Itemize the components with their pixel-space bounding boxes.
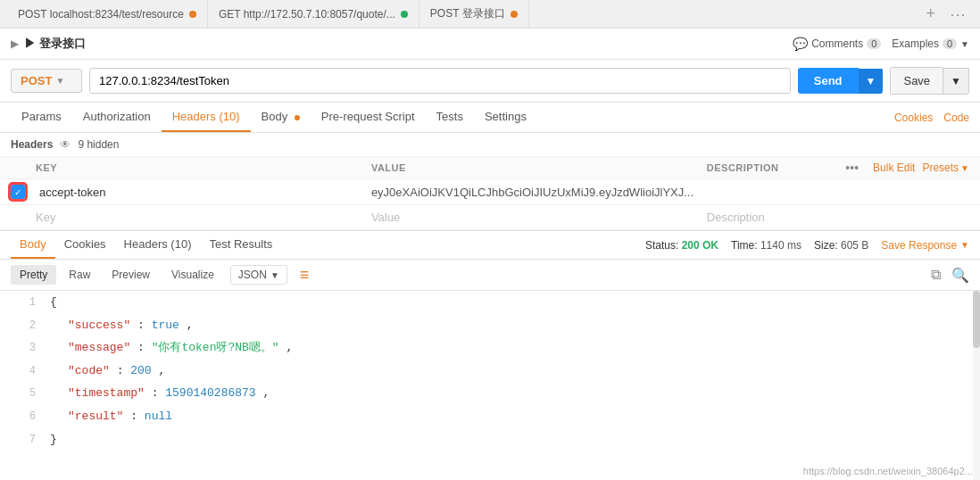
accept-token-key: accept-token: [36, 186, 371, 199]
empty-key-placeholder: Key: [36, 211, 371, 224]
comments-button[interactable]: 💬 Comments 0: [793, 37, 881, 51]
empty-value-placeholder: Value: [371, 211, 707, 224]
tab-params[interactable]: Params: [11, 103, 72, 132]
save-response-button[interactable]: Save Response ▼: [881, 239, 969, 252]
json-line-1: 1 {: [0, 291, 980, 314]
fmt-tab-raw[interactable]: Raw: [60, 265, 99, 285]
send-button-group: Send ▼: [798, 68, 884, 94]
top-tab-1-dot: [189, 11, 196, 18]
save-dropdown-button[interactable]: ▼: [943, 68, 969, 95]
body-tab-dot: [295, 115, 300, 120]
top-tab-1[interactable]: POST localhost:8234/test/resource: [7, 0, 208, 29]
main-content: ▶ ▶ 登录接口 💬 Comments 0 Examples 0 ▼ POST …: [0, 29, 980, 480]
save-main-button[interactable]: Save: [890, 67, 943, 95]
format-type-label: JSON: [238, 269, 267, 281]
response-tabs: Body Cookies Headers (10) Test Results S…: [0, 231, 980, 260]
copy-icon[interactable]: ⧉: [931, 267, 941, 283]
top-tab-3-dot: [511, 11, 518, 18]
fmt-tab-visualize[interactable]: Visualize: [162, 265, 223, 285]
add-tab-button[interactable]: +: [918, 4, 943, 23]
json-line-3: 3 "message" : "你有token呀?NB嗯。" ,: [0, 336, 980, 360]
resp-tab-test-results[interactable]: Test Results: [200, 231, 281, 259]
tab-headers[interactable]: Headers (10): [162, 103, 251, 132]
top-tab-1-label: POST localhost:8234/test/resource: [18, 8, 184, 21]
method-label: POST: [21, 74, 52, 87]
top-tab-3-label: POST 登录接口: [430, 6, 505, 21]
examples-button[interactable]: Examples 0 ▼: [892, 37, 969, 50]
resp-tab-cookies[interactable]: Cookies: [55, 231, 115, 259]
size-value: 605 B: [841, 239, 868, 252]
top-tab-2[interactable]: GET http://172.50.7.10:8057/quote/...: [208, 0, 419, 29]
presets-chevron-icon: ▼: [960, 163, 969, 173]
headers-label: Headers: [11, 138, 53, 151]
headers-hidden-count: 9 hidden: [78, 138, 119, 151]
tab-body[interactable]: Body: [251, 103, 311, 132]
method-chevron-icon: ▼: [55, 76, 64, 86]
format-type-chevron-icon: ▼: [270, 270, 279, 280]
collapse-arrow[interactable]: ▶: [11, 37, 19, 50]
col-key-header: KEY: [36, 162, 371, 173]
checkbox-cell: ✓: [11, 185, 36, 199]
col-value-header: VALUE: [371, 162, 707, 173]
tab-settings[interactable]: Settings: [474, 103, 537, 132]
examples-label: Examples: [892, 37, 939, 50]
search-icon[interactable]: 🔍: [951, 267, 969, 284]
send-main-button[interactable]: Send: [798, 68, 859, 94]
accept-token-value: eyJ0eXAiOiJKV1QiLCJhbGciOiJIUzUxMiJ9.eyJ…: [371, 186, 707, 199]
status-value: 200 OK: [682, 239, 718, 252]
bulk-edit-button[interactable]: Bulk Edit: [873, 161, 915, 174]
request-header: ▶ ▶ 登录接口 💬 Comments 0 Examples 0 ▼: [0, 29, 980, 60]
send-dropdown-button[interactable]: ▼: [859, 69, 884, 94]
json-body: 1 { 2 "success" : true , 3 "message" : "…: [0, 291, 980, 480]
status-label: Status: 200 OK: [645, 239, 718, 252]
json-line-6: 6 "result" : null: [0, 405, 980, 428]
header-actions: 💬 Comments 0 Examples 0 ▼: [793, 37, 969, 51]
url-bar: POST ▼ Send ▼ Save ▼: [0, 60, 980, 103]
response-status: Status: 200 OK Time: 1140 ms Size: 605 B…: [645, 239, 969, 252]
examples-badge: 0: [943, 38, 957, 49]
comments-badge: 0: [867, 38, 881, 49]
resp-tab-headers[interactable]: Headers (10): [115, 231, 201, 259]
resp-tab-body[interactable]: Body: [11, 231, 55, 259]
empty-description-placeholder: Description: [707, 211, 969, 224]
json-line-5: 5 "timestamp" : 1590140286873 ,: [0, 382, 980, 405]
tab-tests[interactable]: Tests: [426, 103, 474, 132]
size-label: Size: 605 B: [814, 239, 868, 252]
save-response-chevron-icon: ▼: [960, 240, 969, 250]
examples-chevron-icon: ▼: [960, 39, 969, 49]
header-empty-row: Key Value Description: [0, 205, 980, 230]
headers-bar: Headers 👁 9 hidden: [0, 133, 980, 157]
url-input[interactable]: [89, 68, 791, 94]
top-tab-2-dot: [401, 11, 408, 18]
time-label: Time: 1140 ms: [731, 239, 801, 252]
watermark: https://blog.csdn.net/weixin_38064p2...: [803, 466, 973, 476]
col-desc-header: DESCRIPTION: [707, 162, 846, 173]
json-line-7: 7 }: [0, 428, 980, 451]
cookies-link[interactable]: Cookies: [894, 112, 933, 124]
headers-col-row: KEY VALUE DESCRIPTION ••• Bulk Edit Pres…: [0, 157, 980, 179]
top-tab-3[interactable]: POST 登录接口: [419, 0, 529, 29]
request-title: ▶ 登录接口: [24, 36, 86, 52]
comments-icon: 💬: [793, 37, 808, 51]
fmt-tab-pretty[interactable]: Pretty: [11, 265, 56, 285]
body-format-bar: Pretty Raw Preview Visualize JSON ▼ ≡ ⧉ …: [0, 260, 980, 291]
three-dots-icon[interactable]: •••: [845, 161, 859, 175]
scrollbar-track[interactable]: [973, 291, 980, 480]
request-tabs: Params Authorization Headers (10) Body P…: [0, 103, 980, 133]
top-tab-bar: POST localhost:8234/test/resource GET ht…: [0, 0, 980, 29]
header-row-1: ✓ accept-token eyJ0eXAiOiJKV1QiLCJhbGciO…: [0, 179, 980, 205]
eye-icon: 👁: [60, 138, 71, 151]
fmt-tab-preview[interactable]: Preview: [103, 265, 159, 285]
top-tab-2-label: GET http://172.50.7.10:8057/quote/...: [219, 8, 395, 21]
wrap-icon[interactable]: ≡: [300, 266, 310, 285]
more-tabs-button[interactable]: ⋯: [943, 4, 973, 24]
col-actions: ••• Bulk Edit Presets ▼: [845, 161, 969, 175]
scrollbar-thumb[interactable]: [973, 291, 980, 348]
tab-pre-request-script[interactable]: Pre-request Script: [311, 103, 426, 132]
format-type-select[interactable]: JSON ▼: [230, 265, 287, 285]
method-select[interactable]: POST ▼: [11, 69, 82, 93]
tab-authorization[interactable]: Authorization: [72, 103, 162, 132]
accept-token-checkbox[interactable]: ✓: [11, 185, 25, 199]
presets-button[interactable]: Presets ▼: [922, 161, 969, 174]
code-link[interactable]: Code: [943, 112, 969, 124]
